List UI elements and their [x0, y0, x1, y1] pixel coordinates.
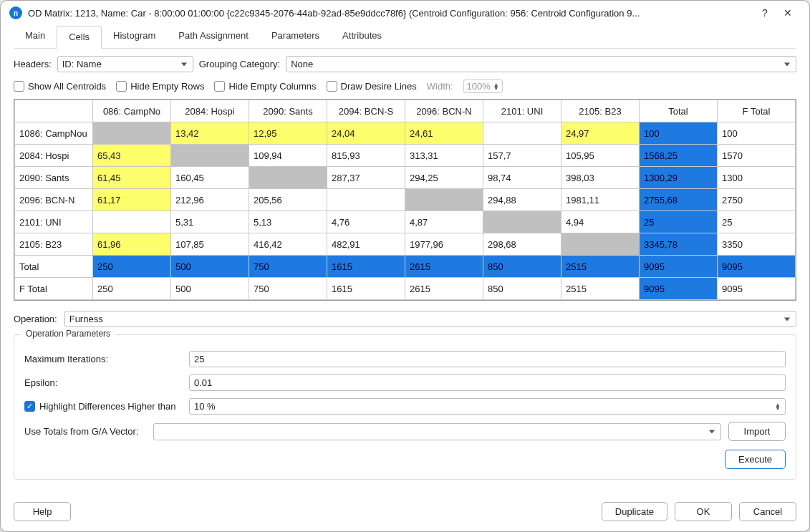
matrix-cell[interactable]: 850 — [483, 256, 561, 278]
matrix-cell[interactable]: 1977,96 — [405, 233, 483, 256]
matrix-cell[interactable]: 287,37 — [327, 167, 405, 189]
row-header[interactable]: 2090: Sants — [15, 167, 93, 189]
matrix-cell[interactable]: 1981,11 — [561, 189, 640, 211]
hide-empty-columns-checkbox[interactable]: Hide Empty Columns — [214, 81, 316, 92]
vector-select[interactable] — [153, 423, 721, 440]
ok-button[interactable]: OK — [675, 502, 732, 521]
matrix-cell[interactable]: 500 — [171, 256, 249, 278]
matrix-cell[interactable] — [171, 145, 249, 167]
help-button[interactable]: Help — [14, 502, 71, 521]
matrix-cell[interactable]: 750 — [249, 278, 327, 300]
grouping-select[interactable]: None — [286, 56, 796, 72]
operation-select[interactable]: Furness — [64, 311, 796, 327]
matrix-cell[interactable]: 815,93 — [327, 145, 405, 167]
matrix-cell[interactable]: 4,76 — [327, 211, 405, 233]
matrix-cell[interactable]: 250 — [93, 278, 171, 300]
matrix-cell[interactable]: 160,45 — [171, 167, 249, 189]
matrix-cell[interactable]: 105,95 — [561, 145, 640, 167]
row-header[interactable]: F Total — [15, 278, 93, 300]
matrix-cell[interactable]: 9095 — [640, 256, 718, 278]
matrix-cell[interactable]: 750 — [249, 256, 327, 278]
close-icon[interactable]: ✕ — [776, 7, 799, 19]
matrix-cell[interactable]: 61,45 — [93, 167, 171, 189]
matrix-cell[interactable]: 2515 — [561, 256, 640, 278]
matrix-cell[interactable]: 2615 — [405, 278, 483, 300]
column-header[interactable]: 2096: BCN-N — [405, 100, 483, 122]
row-header[interactable]: Total — [15, 256, 93, 278]
column-header[interactable]: 2084: Hospi — [171, 100, 249, 122]
matrix-cell[interactable] — [249, 167, 327, 189]
matrix-cell[interactable] — [561, 233, 640, 256]
matrix-cell[interactable]: 25 — [718, 211, 796, 233]
row-header[interactable]: 2101: UNI — [15, 211, 93, 233]
matrix-cell[interactable]: 61,17 — [93, 189, 171, 211]
width-spinner[interactable]: 100% ▲▼ — [463, 79, 503, 93]
help-icon[interactable]: ? — [753, 7, 776, 19]
column-header[interactable]: 2101: UNI — [483, 100, 561, 122]
cancel-button[interactable]: Cancel — [739, 502, 796, 521]
tab-histogram[interactable]: Histogram — [102, 25, 167, 48]
matrix-cell[interactable]: 3345,78 — [640, 233, 718, 256]
highlight-threshold-input[interactable]: 10 % ▲▼ — [189, 398, 786, 415]
row-header[interactable]: 2105: B23 — [15, 233, 93, 256]
matrix-cell[interactable] — [483, 211, 561, 233]
matrix-cell[interactable]: 5,13 — [249, 211, 327, 233]
matrix-cell[interactable]: 3350 — [718, 233, 796, 256]
hide-empty-rows-checkbox[interactable]: Hide Empty Rows — [116, 81, 204, 92]
max-iterations-input[interactable]: 25 — [189, 351, 786, 367]
highlight-checkbox[interactable] — [24, 401, 35, 412]
matrix-cell[interactable]: 1568,25 — [640, 145, 718, 167]
duplicate-button[interactable]: Duplicate — [602, 502, 667, 521]
matrix-cell[interactable]: 2615 — [405, 256, 483, 278]
matrix-cell[interactable]: 5,31 — [171, 211, 249, 233]
row-header[interactable]: 1086: CampNou — [15, 122, 93, 145]
matrix-cell[interactable]: 205,56 — [249, 189, 327, 211]
matrix-cell[interactable] — [483, 122, 561, 145]
tab-cells[interactable]: Cells — [57, 26, 102, 49]
matrix-cell[interactable]: 416,42 — [249, 233, 327, 256]
matrix-cell[interactable]: 61,96 — [93, 233, 171, 256]
matrix-cell[interactable] — [93, 211, 171, 233]
matrix-cell[interactable]: 24,97 — [561, 122, 640, 145]
show-all-centroids-checkbox[interactable]: Show All Centroids — [14, 81, 106, 92]
matrix-cell[interactable]: 65,43 — [93, 145, 171, 167]
matrix-cell[interactable] — [405, 189, 483, 211]
column-header[interactable]: 086: CampNo — [93, 100, 171, 122]
matrix-cell[interactable]: 107,85 — [171, 233, 249, 256]
column-header[interactable]: F Total — [718, 100, 796, 122]
tab-path-assignment[interactable]: Path Assignment — [167, 25, 260, 48]
matrix-cell[interactable]: 2755,68 — [640, 189, 718, 211]
matrix-cell[interactable]: 109,94 — [249, 145, 327, 167]
matrix-cell[interactable]: 1615 — [327, 256, 405, 278]
matrix-cell[interactable]: 4,94 — [561, 211, 640, 233]
matrix-cell[interactable]: 100 — [640, 122, 718, 145]
matrix-cell[interactable]: 13,42 — [171, 122, 249, 145]
matrix-cell[interactable]: 398,03 — [561, 167, 640, 189]
matrix-cell[interactable]: 2750 — [718, 189, 796, 211]
matrix-cell[interactable]: 100 — [718, 122, 796, 145]
matrix-cell[interactable]: 4,87 — [405, 211, 483, 233]
execute-button[interactable]: Execute — [725, 450, 786, 469]
matrix-cell[interactable] — [93, 122, 171, 145]
matrix-cell[interactable]: 2515 — [561, 278, 640, 300]
column-header[interactable]: 2094: BCN-S — [327, 100, 405, 122]
matrix-cell[interactable]: 294,25 — [405, 167, 483, 189]
tab-main[interactable]: Main — [14, 25, 57, 48]
matrix-cell[interactable]: 294,88 — [483, 189, 561, 211]
matrix-cell[interactable]: 1570 — [718, 145, 796, 167]
matrix-cell[interactable]: 9095 — [718, 278, 796, 300]
matrix-cell[interactable]: 25 — [640, 211, 718, 233]
matrix-cell[interactable]: 482,91 — [327, 233, 405, 256]
matrix-cell[interactable]: 212,96 — [171, 189, 249, 211]
matrix-cell[interactable]: 1615 — [327, 278, 405, 300]
matrix-cell[interactable]: 298,68 — [483, 233, 561, 256]
import-button[interactable]: Import — [728, 422, 786, 441]
matrix-cell[interactable]: 250 — [93, 256, 171, 278]
draw-desire-lines-checkbox[interactable]: Draw Desire Lines — [327, 81, 417, 92]
matrix-cell[interactable]: 157,7 — [483, 145, 561, 167]
matrix-cell[interactable]: 500 — [171, 278, 249, 300]
matrix-cell[interactable]: 9095 — [718, 256, 796, 278]
matrix-cell[interactable]: 12,95 — [249, 122, 327, 145]
tab-attributes[interactable]: Attributes — [331, 25, 393, 48]
matrix-cell[interactable]: 850 — [483, 278, 561, 300]
